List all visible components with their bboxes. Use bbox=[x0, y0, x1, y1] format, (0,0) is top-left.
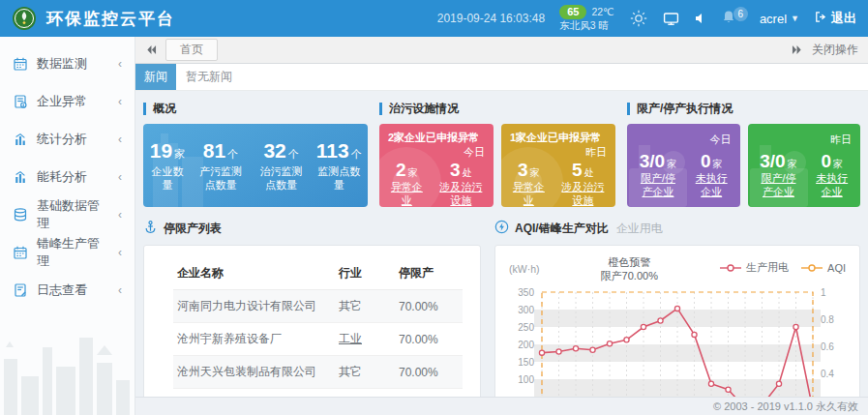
sidebar-item-基础数据管理[interactable]: 基础数据管理 ‹ bbox=[0, 195, 135, 233]
svg-text:0.4: 0.4 bbox=[821, 368, 834, 378]
chevron-left-icon: ‹ bbox=[118, 246, 122, 259]
card-stat: 3/0家 限产/停产企业 bbox=[757, 151, 801, 199]
chevron-left-icon: ‹ bbox=[118, 208, 122, 222]
sidebar-item-label: 错峰生产管理 bbox=[37, 235, 109, 270]
header: 环保监控云平台 2019-09-24 16:03:48 65 22℃ 东北风3 … bbox=[0, 0, 868, 37]
overview-stat: 81个 产污监测点数量 bbox=[195, 139, 247, 193]
copyright-text: © 2003 - 2019 v1.1.0 永久有效 bbox=[713, 400, 858, 414]
limit-list-title: 停限产列表 bbox=[143, 220, 481, 237]
sidebar-item-数据监测[interactable]: 数据监测 ‹ bbox=[0, 44, 135, 82]
close-operations-button[interactable]: 关闭操作 bbox=[812, 42, 858, 58]
stat-value: 0 bbox=[701, 151, 711, 171]
card-stat: 3处 涉及治污设施 bbox=[437, 160, 485, 207]
app-logo-icon bbox=[12, 6, 37, 31]
enterprise-name-cell: 沧州宇新养殖设备厂 bbox=[173, 323, 335, 356]
stat-value: 19 bbox=[150, 139, 172, 162]
legend-item-AQI[interactable]: AQI bbox=[800, 260, 846, 275]
sidebar-item-label: 数据监测 bbox=[37, 55, 87, 73]
stat-link-label[interactable]: 异常企业 bbox=[510, 181, 548, 207]
sidebar-item-统计分析[interactable]: 统计分析 ‹ bbox=[0, 120, 135, 158]
speaker-icon[interactable] bbox=[694, 12, 707, 25]
stat-value: 0 bbox=[821, 151, 831, 171]
stat-link-label[interactable]: 异常企业 bbox=[388, 181, 426, 207]
section-title-production: 限产/停产执行情况 bbox=[627, 103, 860, 115]
industry-cell[interactable]: 工业 bbox=[339, 332, 362, 345]
card-stat: 2家 异常企业 bbox=[388, 160, 426, 207]
stat-link-label[interactable]: 涉及治污设施 bbox=[437, 181, 485, 207]
monitor-icon[interactable] bbox=[663, 12, 679, 26]
chart-annotation: 橙色预警 限产70.00% bbox=[540, 255, 720, 283]
stat-value: 3 bbox=[518, 160, 528, 180]
production-status-card: 昨日 3/0家 限产/停产企业 0家 未执行企业 bbox=[748, 124, 861, 207]
stat-unit: 家 bbox=[833, 159, 843, 169]
sidebar-item-label: 企业异常 bbox=[37, 93, 87, 110]
news-label: 新闻 bbox=[135, 64, 176, 90]
database-icon bbox=[13, 207, 28, 222]
overview-stat: 19家 企业数量 bbox=[149, 139, 186, 193]
sidebar-item-错峰生产管理[interactable]: 错峰生产管理 ‹ bbox=[0, 233, 135, 271]
card-stat: 5处 涉及治污设施 bbox=[559, 160, 607, 207]
section-title-overview: 概况 bbox=[143, 103, 368, 115]
stat-unit: 处 bbox=[463, 167, 472, 178]
stat-unit: 家 bbox=[667, 159, 676, 169]
y-axis-unit-label: (kW·h) bbox=[509, 255, 540, 275]
card-day-label: 今日 bbox=[636, 133, 732, 147]
card-stat: 3家 异常企业 bbox=[510, 160, 548, 207]
file-log-icon bbox=[13, 282, 28, 298]
dashboard-content: 概况 19家 企业数量 81个 产污监测点数量 32个 治污监测点数量 113个… bbox=[135, 91, 868, 397]
svg-text:0.6: 0.6 bbox=[821, 341, 834, 351]
stat-link-label[interactable]: 涉及治污设施 bbox=[559, 181, 607, 207]
sidebar: 数据监测 ‹ 企业异常 ‹ 统计分析 ‹ 能耗分析 ‹ 基础数据管理 ‹ 错峰生… bbox=[0, 37, 135, 415]
stat-link-label[interactable]: 限产/停产企业 bbox=[757, 172, 801, 199]
city-skyline-watermark bbox=[0, 299, 135, 415]
sidebar-item-企业异常[interactable]: 企业异常 ‹ bbox=[0, 82, 135, 120]
temperature: 22℃ bbox=[591, 6, 614, 18]
card-day-label: 今日 bbox=[388, 145, 485, 160]
stat-value: 81 bbox=[203, 139, 225, 162]
table-row: 河南同力电力设计有限公司 其它 70.00% bbox=[173, 290, 463, 323]
table-row: 沧州宇新养殖设备厂 工业 70.00% bbox=[173, 323, 463, 356]
aqi-chart-panel: (kW·h) 橙色预警 限产70.00% 生产用电AQI 35030025020… bbox=[494, 245, 860, 397]
overview-stat: 113个 监测点数量 bbox=[315, 139, 362, 193]
header-right: 2019-09-24 16:03:48 65 22℃ 东北风3 晴 bbox=[437, 5, 856, 32]
stat-link-label[interactable]: 未执行企业 bbox=[692, 172, 732, 199]
calendar-icon bbox=[13, 245, 28, 260]
svg-text:250: 250 bbox=[518, 321, 534, 332]
sidebar-item-label: 统计分析 bbox=[37, 131, 87, 148]
stat-unit: 个 bbox=[351, 148, 362, 160]
stat-value: 113 bbox=[316, 139, 349, 162]
legend-item-生产用电[interactable]: 生产用电 bbox=[719, 260, 789, 275]
stat-link-label[interactable]: 未执行企业 bbox=[812, 172, 852, 199]
svg-text:200: 200 bbox=[518, 339, 534, 349]
notifications-button[interactable]: 6 bbox=[722, 10, 735, 28]
stat-value: 2 bbox=[396, 160, 406, 180]
sidebar-item-能耗分析[interactable]: 能耗分析 ‹ bbox=[0, 158, 135, 195]
user-menu[interactable]: acrel ▼ bbox=[760, 12, 799, 26]
stat-link-label[interactable]: 限产/停产企业 bbox=[636, 172, 680, 199]
svg-text:100: 100 bbox=[518, 373, 534, 384]
svg-text:0.8: 0.8 bbox=[821, 313, 834, 324]
tabs-scroll-left-icon[interactable] bbox=[145, 44, 157, 55]
table-header: 企业名称 bbox=[173, 257, 335, 290]
chevron-left-icon: ‹ bbox=[118, 133, 122, 146]
stat-unit: 家 bbox=[530, 167, 540, 178]
anchor-icon bbox=[143, 220, 158, 237]
brand: 环保监控云平台 bbox=[12, 6, 175, 31]
tab-home[interactable]: 首页 bbox=[165, 39, 218, 61]
card-stat: 0家 未执行企业 bbox=[692, 151, 732, 199]
logout-button[interactable]: 退出 bbox=[814, 10, 856, 27]
stat-unit: 家 bbox=[174, 148, 185, 160]
sidebar-item-label: 日志查看 bbox=[37, 282, 87, 299]
stat-unit: 个 bbox=[227, 148, 238, 160]
limit-percent-cell: 70.00% bbox=[395, 323, 463, 356]
card-headline: 1家企业已申报异常 bbox=[510, 131, 607, 145]
svg-text:1: 1 bbox=[821, 286, 826, 297]
chart-area: 35030025020015010010.80.60.40.2 bbox=[509, 286, 846, 397]
table-header: 停限产 bbox=[395, 257, 463, 290]
power-icon bbox=[494, 220, 509, 237]
file-warning-icon bbox=[13, 94, 28, 109]
chevron-left-icon: ‹ bbox=[118, 95, 122, 108]
industry-cell: 其它 bbox=[339, 365, 362, 378]
tabs-scroll-right-icon[interactable] bbox=[792, 44, 803, 55]
table-row: 沧州天兴包装制品有限公司 其它 70.00% bbox=[173, 356, 463, 389]
